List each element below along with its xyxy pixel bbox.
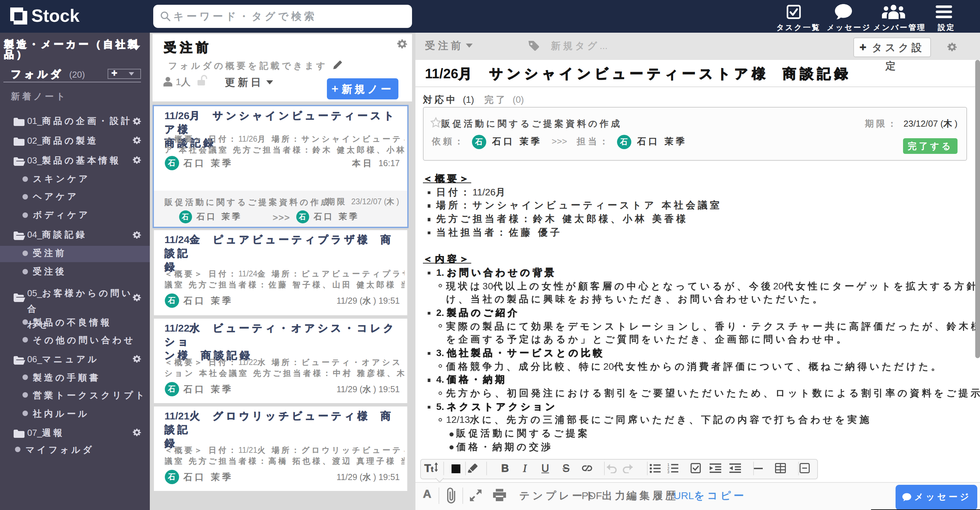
svg-text:3: 3 [667,470,670,473]
svg-text:1: 1 [667,463,670,467]
